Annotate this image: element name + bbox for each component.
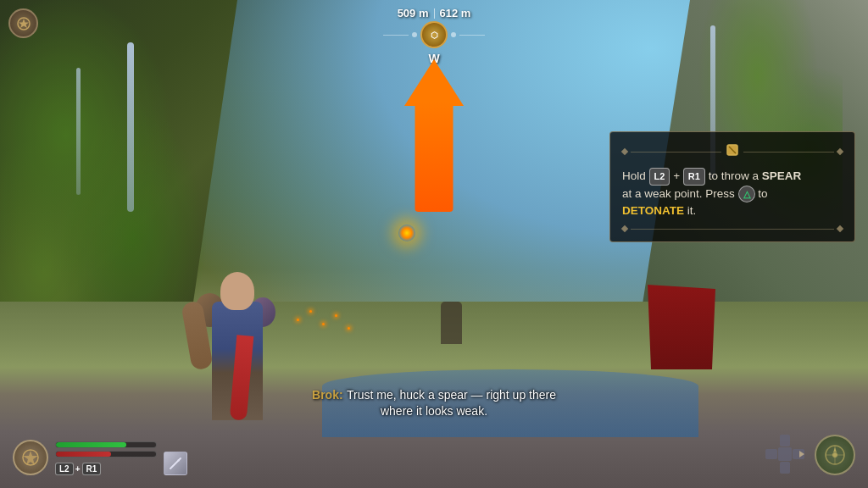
- glow-light: [398, 225, 415, 241]
- spark: [297, 319, 299, 321]
- waterfall-left2: [76, 68, 81, 195]
- enemy-silhouette: [441, 302, 462, 344]
- waterfall-left: [127, 42, 134, 212]
- game-scene: [0, 0, 868, 488]
- red-banner: [648, 285, 715, 369]
- water-pool: [322, 369, 698, 437]
- spark: [322, 323, 325, 325]
- waterfall-right: [710, 25, 715, 178]
- spark: [348, 327, 350, 330]
- spark: [335, 314, 337, 317]
- moss-right: [673, 0, 843, 254]
- character-kratos: [186, 234, 288, 420]
- spark: [309, 310, 312, 313]
- sparks: [288, 302, 356, 336]
- char-head: [220, 272, 254, 310]
